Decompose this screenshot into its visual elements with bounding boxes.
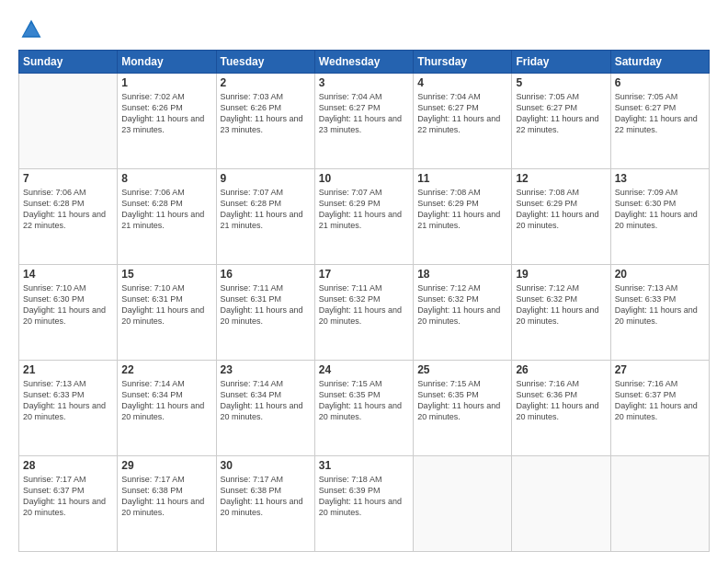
day-number: 29 — [121, 459, 211, 472]
calendar-cell: 21Sunrise: 7:13 AMSunset: 6:33 PMDayligh… — [19, 361, 118, 456]
week-row-4: 21Sunrise: 7:13 AMSunset: 6:33 PMDayligh… — [19, 361, 710, 456]
calendar-cell: 27Sunrise: 7:16 AMSunset: 6:37 PMDayligh… — [610, 361, 709, 456]
day-number: 13 — [615, 172, 705, 185]
day-info: Sunrise: 7:02 AMSunset: 6:26 PMDaylight:… — [121, 91, 211, 136]
calendar-cell: 9Sunrise: 7:07 AMSunset: 6:28 PMDaylight… — [216, 169, 314, 265]
calendar-cell: 17Sunrise: 7:11 AMSunset: 6:32 PMDayligh… — [314, 265, 413, 361]
day-info: Sunrise: 7:15 AMSunset: 6:35 PMDaylight:… — [319, 378, 409, 423]
day-info: Sunrise: 7:06 AMSunset: 6:28 PMDaylight:… — [23, 187, 113, 232]
calendar-header-saturday: Saturday — [610, 51, 709, 74]
day-number: 26 — [516, 363, 606, 376]
calendar-cell: 18Sunrise: 7:12 AMSunset: 6:32 PMDayligh… — [414, 265, 512, 361]
svg-marker-1 — [23, 23, 40, 36]
day-number: 11 — [417, 172, 507, 185]
day-number: 5 — [516, 76, 606, 89]
calendar-cell: 3Sunrise: 7:04 AMSunset: 6:27 PMDaylight… — [314, 74, 413, 169]
week-row-5: 28Sunrise: 7:17 AMSunset: 6:37 PMDayligh… — [19, 456, 710, 552]
day-info: Sunrise: 7:17 AMSunset: 6:37 PMDaylight:… — [23, 474, 113, 519]
week-row-2: 7Sunrise: 7:06 AMSunset: 6:28 PMDaylight… — [19, 169, 710, 265]
logo-icon — [18, 17, 44, 42]
calendar-cell: 15Sunrise: 7:10 AMSunset: 6:31 PMDayligh… — [118, 265, 216, 361]
calendar-cell: 2Sunrise: 7:03 AMSunset: 6:26 PMDaylight… — [216, 74, 314, 169]
day-info: Sunrise: 7:06 AMSunset: 6:28 PMDaylight:… — [121, 187, 211, 232]
calendar-cell — [19, 74, 118, 169]
calendar-cell: 14Sunrise: 7:10 AMSunset: 6:30 PMDayligh… — [19, 265, 118, 361]
calendar-cell: 23Sunrise: 7:14 AMSunset: 6:34 PMDayligh… — [216, 361, 314, 456]
day-number: 8 — [121, 172, 211, 185]
calendar-cell: 31Sunrise: 7:18 AMSunset: 6:39 PMDayligh… — [314, 456, 413, 552]
day-info: Sunrise: 7:09 AMSunset: 6:30 PMDaylight:… — [615, 187, 705, 232]
calendar-cell: 20Sunrise: 7:13 AMSunset: 6:33 PMDayligh… — [610, 265, 709, 361]
day-info: Sunrise: 7:17 AMSunset: 6:38 PMDaylight:… — [121, 474, 211, 519]
calendar-header-sunday: Sunday — [19, 51, 118, 74]
day-number: 3 — [319, 76, 409, 89]
day-number: 7 — [23, 172, 113, 185]
calendar-cell: 13Sunrise: 7:09 AMSunset: 6:30 PMDayligh… — [610, 169, 709, 265]
calendar-cell: 25Sunrise: 7:15 AMSunset: 6:35 PMDayligh… — [414, 361, 512, 456]
calendar-cell — [610, 456, 709, 552]
day-info: Sunrise: 7:14 AMSunset: 6:34 PMDaylight:… — [121, 378, 211, 423]
day-number: 23 — [221, 363, 311, 376]
calendar-header-wednesday: Wednesday — [314, 51, 413, 74]
day-number: 20 — [615, 268, 705, 281]
calendar-cell: 28Sunrise: 7:17 AMSunset: 6:37 PMDayligh… — [19, 456, 118, 552]
day-info: Sunrise: 7:12 AMSunset: 6:32 PMDaylight:… — [417, 282, 507, 327]
calendar-header-tuesday: Tuesday — [216, 51, 314, 74]
day-number: 4 — [417, 76, 507, 89]
calendar-cell — [414, 456, 512, 552]
calendar-cell: 22Sunrise: 7:14 AMSunset: 6:34 PMDayligh… — [118, 361, 216, 456]
day-number: 15 — [121, 268, 211, 281]
day-number: 1 — [121, 76, 211, 89]
day-number: 28 — [23, 459, 113, 472]
calendar-cell: 10Sunrise: 7:07 AMSunset: 6:29 PMDayligh… — [314, 169, 413, 265]
day-info: Sunrise: 7:05 AMSunset: 6:27 PMDaylight:… — [516, 91, 606, 136]
calendar-header-monday: Monday — [118, 51, 216, 74]
day-number: 12 — [516, 172, 606, 185]
day-number: 16 — [221, 268, 311, 281]
day-info: Sunrise: 7:11 AMSunset: 6:32 PMDaylight:… — [319, 282, 409, 327]
calendar-cell: 12Sunrise: 7:08 AMSunset: 6:29 PMDayligh… — [512, 169, 610, 265]
day-info: Sunrise: 7:08 AMSunset: 6:29 PMDaylight:… — [417, 187, 507, 232]
day-number: 14 — [23, 268, 113, 281]
day-number: 2 — [221, 76, 311, 89]
day-info: Sunrise: 7:13 AMSunset: 6:33 PMDaylight:… — [615, 282, 705, 327]
calendar-header-row: SundayMondayTuesdayWednesdayThursdayFrid… — [19, 51, 710, 74]
day-number: 30 — [221, 459, 311, 472]
day-info: Sunrise: 7:13 AMSunset: 6:33 PMDaylight:… — [23, 378, 113, 423]
day-number: 17 — [319, 268, 409, 281]
logo — [18, 17, 48, 42]
calendar-cell: 8Sunrise: 7:06 AMSunset: 6:28 PMDaylight… — [118, 169, 216, 265]
week-row-1: 1Sunrise: 7:02 AMSunset: 6:26 PMDaylight… — [19, 74, 710, 169]
day-number: 24 — [319, 363, 409, 376]
day-info: Sunrise: 7:08 AMSunset: 6:29 PMDaylight:… — [516, 187, 606, 232]
calendar-cell: 19Sunrise: 7:12 AMSunset: 6:32 PMDayligh… — [512, 265, 610, 361]
day-info: Sunrise: 7:07 AMSunset: 6:28 PMDaylight:… — [221, 187, 311, 232]
calendar-cell: 16Sunrise: 7:11 AMSunset: 6:31 PMDayligh… — [216, 265, 314, 361]
calendar-cell: 1Sunrise: 7:02 AMSunset: 6:26 PMDaylight… — [118, 74, 216, 169]
day-info: Sunrise: 7:18 AMSunset: 6:39 PMDaylight:… — [319, 474, 409, 519]
day-info: Sunrise: 7:16 AMSunset: 6:36 PMDaylight:… — [516, 378, 606, 423]
calendar-table: SundayMondayTuesdayWednesdayThursdayFrid… — [18, 50, 710, 552]
calendar-cell: 4Sunrise: 7:04 AMSunset: 6:27 PMDaylight… — [414, 74, 512, 169]
calendar-cell: 7Sunrise: 7:06 AMSunset: 6:28 PMDaylight… — [19, 169, 118, 265]
calendar-cell: 6Sunrise: 7:05 AMSunset: 6:27 PMDaylight… — [610, 74, 709, 169]
day-number: 19 — [516, 268, 606, 281]
day-number: 10 — [319, 172, 409, 185]
day-info: Sunrise: 7:12 AMSunset: 6:32 PMDaylight:… — [516, 282, 606, 327]
calendar-cell: 26Sunrise: 7:16 AMSunset: 6:36 PMDayligh… — [512, 361, 610, 456]
header — [18, 17, 710, 42]
calendar-cell: 24Sunrise: 7:15 AMSunset: 6:35 PMDayligh… — [314, 361, 413, 456]
calendar-header-thursday: Thursday — [414, 51, 512, 74]
day-info: Sunrise: 7:10 AMSunset: 6:30 PMDaylight:… — [23, 282, 113, 327]
day-number: 9 — [221, 172, 311, 185]
day-info: Sunrise: 7:14 AMSunset: 6:34 PMDaylight:… — [221, 378, 311, 423]
page: SundayMondayTuesdayWednesdayThursdayFrid… — [0, 0, 728, 563]
day-info: Sunrise: 7:05 AMSunset: 6:27 PMDaylight:… — [615, 91, 705, 136]
calendar-cell: 29Sunrise: 7:17 AMSunset: 6:38 PMDayligh… — [118, 456, 216, 552]
day-info: Sunrise: 7:10 AMSunset: 6:31 PMDaylight:… — [121, 282, 211, 327]
day-info: Sunrise: 7:15 AMSunset: 6:35 PMDaylight:… — [417, 378, 507, 423]
day-number: 25 — [417, 363, 507, 376]
day-number: 18 — [417, 268, 507, 281]
week-row-3: 14Sunrise: 7:10 AMSunset: 6:30 PMDayligh… — [19, 265, 710, 361]
day-number: 21 — [23, 363, 113, 376]
